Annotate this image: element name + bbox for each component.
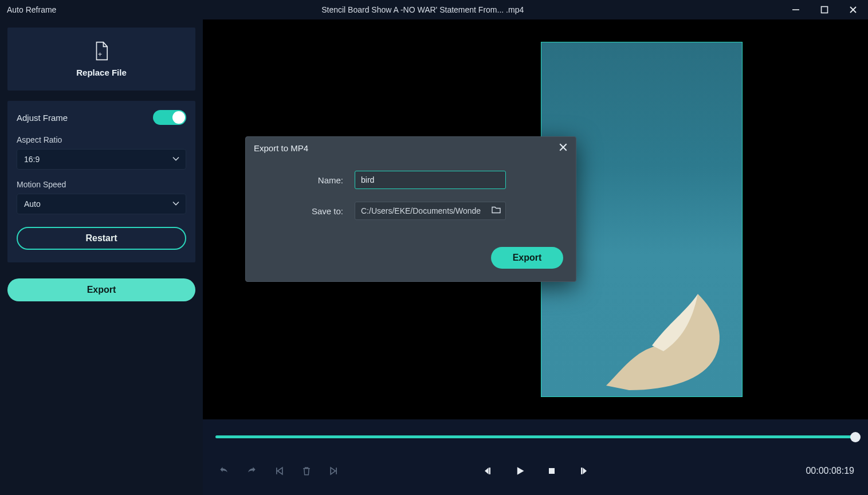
app-title: Auto Reframe	[7, 5, 56, 14]
name-input[interactable]	[355, 171, 506, 189]
saveto-path[interactable]: C:/Users/EKE/Documents/Wonde	[355, 202, 506, 220]
replace-file-label: Replace File	[76, 68, 127, 77]
chevron-down-icon	[172, 199, 180, 209]
minimize-button[interactable]	[789, 3, 803, 17]
file-title: Stencil Board Show A -NO WAR' Statement …	[56, 5, 789, 14]
aspect-ratio-select[interactable]: 16:9	[17, 149, 186, 170]
svg-rect-5	[489, 467, 490, 474]
playback-controls	[480, 463, 591, 478]
replace-file-card[interactable]: + Replace File	[7, 28, 195, 91]
saveto-field-label: Save to:	[269, 206, 355, 216]
titlebar: Auto Reframe Stencil Board Show A -NO WA…	[0, 0, 868, 19]
export-button[interactable]: Export	[7, 278, 195, 301]
maximize-button[interactable]	[818, 3, 831, 17]
redo-button[interactable]	[244, 463, 259, 478]
svg-text:+: +	[98, 50, 102, 58]
dialog-export-button[interactable]: Export	[491, 247, 563, 269]
prev-frame-button[interactable]	[272, 463, 286, 478]
adjust-frame-toggle[interactable]	[153, 110, 186, 125]
timeline-handle[interactable]	[850, 432, 861, 442]
timecode-display: 00:00:08:19	[806, 466, 854, 476]
step-back-button[interactable]	[480, 463, 495, 478]
stop-button[interactable]	[544, 463, 559, 478]
close-button[interactable]	[846, 3, 860, 17]
dialog-title: Export to MP4	[254, 143, 308, 153]
motion-speed-label: Motion Speed	[17, 180, 186, 189]
dialog-close-button[interactable]	[559, 143, 568, 154]
aspect-ratio-value: 16:9	[24, 155, 40, 164]
adjust-frame-label: Adjust Frame	[17, 113, 68, 123]
motion-speed-select[interactable]: Auto	[17, 194, 186, 214]
step-forward-button[interactable]	[576, 463, 591, 478]
settings-panel: Adjust Frame Aspect Ratio 16:9 Motion Sp…	[7, 101, 195, 262]
motion-speed-value: Auto	[24, 199, 41, 209]
edit-tools	[217, 463, 341, 478]
next-frame-button[interactable]	[327, 463, 341, 478]
timeline-slider[interactable]	[215, 435, 855, 438]
name-field-label: Name:	[269, 175, 355, 185]
replace-file-icon: +	[92, 41, 111, 63]
svg-rect-1	[822, 7, 828, 13]
controls-bar: 00:00:08:19	[203, 419, 868, 495]
browse-folder-button[interactable]	[492, 206, 501, 217]
video-subject	[583, 277, 732, 391]
play-button[interactable]	[512, 463, 527, 478]
svg-rect-7	[581, 467, 583, 474]
window-controls	[789, 3, 860, 17]
chevron-down-icon	[172, 155, 180, 164]
undo-button[interactable]	[217, 463, 231, 478]
export-dialog: Export to MP4 Name: Save to: C:/Users/EK…	[245, 136, 576, 282]
restart-button[interactable]: Restart	[17, 227, 186, 250]
saveto-value: C:/Users/EKE/Documents/Wonde	[361, 206, 481, 215]
delete-button[interactable]	[299, 463, 314, 478]
aspect-ratio-label: Aspect Ratio	[17, 135, 186, 144]
sidebar: + Replace File Adjust Frame Aspect Ratio…	[0, 19, 203, 495]
svg-rect-6	[549, 468, 555, 474]
